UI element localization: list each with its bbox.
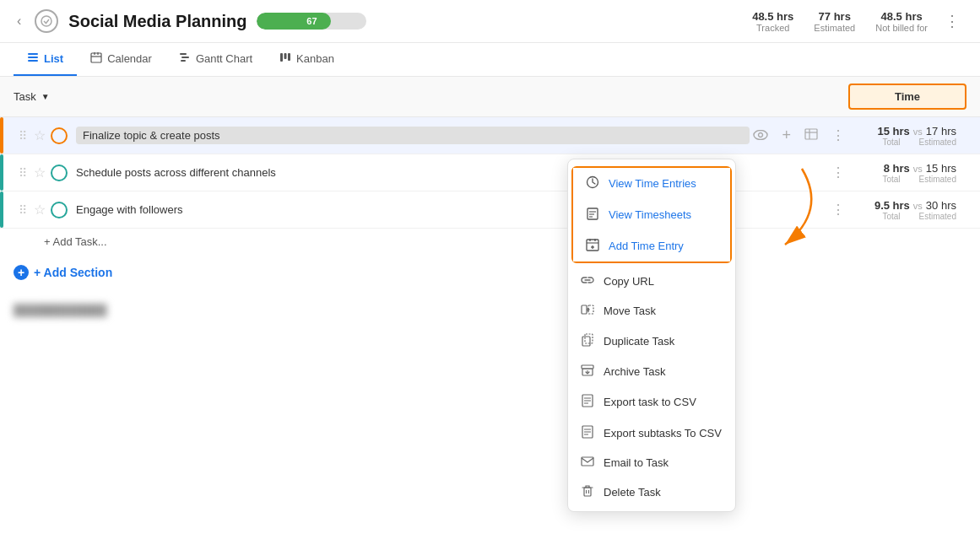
toolbar: Task ▼ Time <box>0 77 980 117</box>
drag-handle-icon[interactable]: ⠿ <box>19 166 27 180</box>
export-csv-icon <box>580 394 595 410</box>
star-button[interactable]: ☆ <box>34 202 46 218</box>
menu-item-email-task[interactable]: Email to Task <box>568 449 735 477</box>
task-border-teal <box>0 154 3 191</box>
move-task-icon <box>580 304 595 318</box>
estimated-value: 77 hrs <box>814 10 855 23</box>
more-icon-button[interactable]: ⋮ <box>828 163 848 182</box>
svg-rect-3 <box>28 60 38 62</box>
project-check-circle[interactable] <box>35 9 58 33</box>
tab-gantt[interactable]: Gantt Chart <box>165 43 266 76</box>
menu-item-view-time-entries[interactable]: View Time Entries <box>573 168 730 199</box>
task-row-actions: + ⋮ <box>750 125 848 146</box>
add-task-label: + Add Task... <box>44 235 107 248</box>
svg-rect-35 <box>582 365 593 369</box>
add-time-icon <box>585 238 600 254</box>
add-section-label: + Add Section <box>34 266 112 279</box>
add-task-button[interactable]: + Add Task... <box>0 229 980 255</box>
table-icon-button[interactable] <box>801 127 821 144</box>
header: ‹ Social Media Planning 67 48.5 hrs Trac… <box>0 0 980 43</box>
svg-rect-47 <box>584 488 591 496</box>
add-section-area: + + Add Section <box>0 255 980 290</box>
menu-item-view-timesheets[interactable]: View Timesheets <box>573 199 730 230</box>
time-vs: vs <box>913 201 923 211</box>
task-time: 15 hrs vs 17 hrs Total Estimated <box>848 125 966 147</box>
menu-item-archive-task[interactable]: Archive Task <box>568 357 735 386</box>
time-total: 9.5 hrs <box>874 199 910 212</box>
time-total: 15 hrs <box>878 125 910 138</box>
more-icon-button[interactable]: ⋮ <box>828 126 848 145</box>
progress-percent: 67 <box>257 16 366 26</box>
delete-task-icon <box>580 484 595 500</box>
tracked-label: Tracked <box>752 23 793 33</box>
not-billed-label: Not billed for <box>875 23 928 33</box>
email-task-icon <box>580 456 595 469</box>
svg-rect-34 <box>585 334 593 343</box>
svg-rect-11 <box>280 53 283 62</box>
back-button[interactable]: ‹ <box>14 10 24 32</box>
task-name: Finalize topic & create posts <box>76 127 750 144</box>
menu-item-copy-url[interactable]: Copy URL <box>568 267 735 296</box>
task-filter-label: Task <box>14 90 36 103</box>
svg-rect-8 <box>180 53 187 55</box>
task-time: 8 hrs vs 15 hrs Total Estimated <box>848 162 966 184</box>
svg-point-14 <box>754 130 767 139</box>
tracked-value: 48.5 hrs <box>752 10 793 23</box>
svg-rect-16 <box>805 129 817 139</box>
tab-list-label: List <box>44 52 63 65</box>
menu-item-delete-task[interactable]: Delete Task <box>568 477 735 508</box>
estimated-label: Estimated <box>919 175 956 184</box>
plus-icon-button[interactable]: + <box>778 125 794 146</box>
task-row-actions: ⋮ <box>828 200 848 219</box>
add-section-button[interactable]: + + Add Section <box>14 265 112 280</box>
time-total: 8 hrs <box>884 162 910 175</box>
star-button[interactable]: ☆ <box>34 164 46 181</box>
svg-rect-12 <box>284 53 287 59</box>
tab-calendar-label: Calendar <box>107 52 152 65</box>
task-filter[interactable]: Task ▼ <box>14 90 50 103</box>
drag-handle-icon[interactable]: ⠿ <box>19 129 27 143</box>
task-list: ⠿ ☆ Finalize topic & create posts + ⋮ 15… <box>0 117 980 330</box>
gantt-tab-icon <box>179 51 191 66</box>
menu-item-label: Add Time Entry <box>609 240 684 252</box>
context-menu: View Time Entries View Timesheets Add Ti… <box>567 159 736 512</box>
task-border-teal <box>0 191 3 228</box>
stat-tracked: 48.5 hrs Tracked <box>752 10 793 33</box>
menu-item-label: View Timesheets <box>609 208 691 221</box>
svg-rect-31 <box>582 305 587 314</box>
task-check-circle[interactable] <box>51 127 68 144</box>
time-entries-icon <box>585 175 600 191</box>
timesheets-icon <box>585 207 600 223</box>
menu-item-label: Email to Task <box>604 456 669 469</box>
task-time: 9.5 hrs vs 30 hrs Total Estimated <box>848 199 966 221</box>
tabs-bar: List Calendar Gantt Chart Kanban <box>0 43 980 77</box>
menu-item-add-time-entry[interactable]: Add Time Entry <box>573 230 730 262</box>
svg-rect-46 <box>582 457 593 466</box>
more-icon-button[interactable]: ⋮ <box>828 200 848 219</box>
star-button[interactable]: ☆ <box>34 127 46 143</box>
plus-circle-icon: + <box>14 265 29 280</box>
svg-rect-1 <box>28 53 38 55</box>
time-column-header: Time <box>848 84 966 110</box>
table-row: ⠿ ☆ Engage with followers ⋮ 9.5 hrs vs 3… <box>0 191 980 229</box>
estimated-label: Estimated <box>814 23 855 33</box>
svg-rect-10 <box>181 60 186 62</box>
tab-list[interactable]: List <box>14 43 77 76</box>
menu-item-export-subtasks-csv[interactable]: Export subtasks To CSV <box>568 418 735 449</box>
menu-item-duplicate-task[interactable]: Duplicate Task <box>568 326 735 357</box>
task-check-circle[interactable] <box>51 202 68 218</box>
tab-kanban[interactable]: Kanban <box>266 43 348 76</box>
total-label: Total <box>882 175 900 184</box>
menu-item-label: Export subtasks To CSV <box>604 427 722 439</box>
time-estimated: 15 hrs <box>926 162 956 175</box>
svg-rect-9 <box>181 57 189 58</box>
menu-item-label: Duplicate Task <box>604 335 674 348</box>
menu-item-label: Delete Task <box>604 486 661 499</box>
header-more-button[interactable]: ⋮ <box>938 8 966 34</box>
eye-icon-button[interactable] <box>750 127 772 145</box>
tab-calendar[interactable]: Calendar <box>77 43 165 76</box>
menu-item-export-csv[interactable]: Export task to CSV <box>568 386 735 418</box>
task-check-circle[interactable] <box>51 164 68 181</box>
drag-handle-icon[interactable]: ⠿ <box>19 203 27 217</box>
menu-item-move-task[interactable]: Move Task <box>568 296 735 326</box>
